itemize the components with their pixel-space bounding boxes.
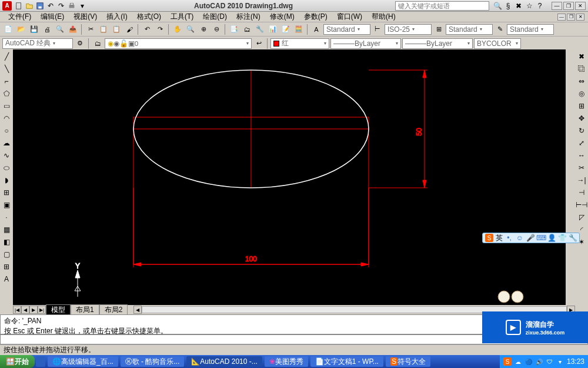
infocenter-search-icon[interactable]: 🔍 [493, 1, 502, 11]
point-icon[interactable]: · [1, 211, 12, 223]
properties-icon[interactable]: 📑 [228, 24, 240, 35]
task-item-2[interactable]: Ⓚ 歌 - 酷狗音乐... [121, 356, 185, 367]
layer-combo[interactable]: ◉◉🔓▣ 0▾ [105, 38, 252, 49]
start-button[interactable]: 🪟 开始 [0, 355, 35, 368]
textstyle-icon[interactable]: A [310, 24, 322, 35]
infocenter-help-icon[interactable]: ? [535, 1, 544, 11]
chamfer-icon[interactable]: ◸ [576, 211, 587, 223]
ime-voice-icon[interactable]: 🎤 [526, 234, 534, 242]
offset-icon[interactable]: ◎ [576, 88, 587, 100]
xline-icon[interactable]: ╲ [1, 63, 12, 75]
menu-draw[interactable]: 绘图(D) [198, 12, 232, 22]
table-icon[interactable]: ⊞ [1, 261, 12, 273]
print-icon[interactable]: 🖨 [41, 24, 53, 35]
publish-icon[interactable]: 📤 [67, 24, 79, 35]
task-item-1[interactable]: 🌐 高级编辑器_百... [48, 356, 118, 367]
polyline-icon[interactable]: ⌐ [1, 75, 12, 87]
cut-icon[interactable]: ✂ [85, 24, 96, 35]
qat-save-icon[interactable] [35, 1, 45, 11]
layer-manager-icon[interactable]: 🗂 [92, 38, 103, 49]
menu-parametric[interactable]: 参数(P) [299, 12, 332, 22]
ime-skin-icon[interactable]: 👕 [558, 234, 566, 242]
erase-icon[interactable]: ✖ [576, 51, 587, 62]
doc-close-button[interactable]: ✕ [576, 14, 584, 21]
layer-prev-icon[interactable]: ↩ [253, 38, 265, 49]
qat-dropdown-icon[interactable]: ▾ [78, 1, 87, 11]
ime-emoji-icon[interactable]: ☺ [516, 234, 524, 242]
mlstyle-combo[interactable]: Standard▾ [507, 24, 554, 35]
circle-icon[interactable]: ○ [1, 125, 12, 137]
redo2-icon[interactable]: ↷ [154, 24, 166, 35]
tab-prev-icon[interactable]: ◀ [21, 306, 29, 314]
ime-punct-icon[interactable]: •, [505, 234, 513, 242]
nav-wheel-icon[interactable] [498, 291, 523, 303]
copy-icon[interactable]: 📋 [98, 24, 109, 35]
app-logo[interactable]: A [2, 1, 12, 11]
extend-icon[interactable]: →| [576, 174, 587, 186]
menu-insert[interactable]: 插入(I) [102, 12, 132, 22]
tray-more-icon[interactable]: ▾ [556, 357, 564, 366]
ime-keyboard-icon[interactable]: ⌨ [537, 234, 545, 242]
break-icon[interactable]: ⊣ [576, 187, 587, 198]
menu-tools[interactable]: 工具(T) [166, 12, 198, 22]
markup-icon[interactable]: 📝 [280, 24, 292, 35]
region-icon[interactable]: ▢ [1, 248, 12, 260]
ime-person-icon[interactable]: 👤 [547, 234, 556, 242]
block-icon[interactable]: ▣ [1, 199, 12, 211]
tray-net-icon[interactable]: 🔵 [524, 357, 533, 366]
qat-open-icon[interactable] [25, 1, 34, 11]
drawing-canvas[interactable]: 100 50 Y [13, 49, 575, 305]
mlstyle-icon[interactable]: ✎ [494, 24, 506, 35]
doc-restore-button[interactable]: ❐ [567, 14, 575, 21]
tablestyle-icon[interactable]: ⊞ [433, 24, 445, 35]
spline-icon[interactable]: ∿ [1, 150, 12, 161]
tab-layout1[interactable]: 布局1 [71, 304, 99, 316]
new-icon[interactable]: 📄 [2, 24, 14, 35]
menu-help[interactable]: 帮助(H) [367, 12, 400, 22]
tray-cloud-icon[interactable]: ☁ [514, 357, 522, 366]
copy-obj-icon[interactable]: ⿻ [576, 63, 587, 75]
stretch-icon[interactable]: ↔ [576, 150, 587, 161]
ime-settings-icon[interactable]: 🔧 [569, 234, 577, 242]
scale-icon[interactable]: ⤢ [576, 137, 587, 149]
menu-modify[interactable]: 修改(M) [265, 12, 299, 22]
zoom-prev-icon[interactable]: ⊖ [211, 24, 222, 35]
lineweight-combo[interactable]: ——— ByLayer▾ [402, 38, 473, 49]
pan-icon[interactable]: ✋ [172, 24, 183, 35]
preview-icon[interactable]: 🔍 [54, 24, 66, 35]
infocenter-fav-icon[interactable]: ☆ [524, 1, 534, 11]
toolpalette-icon[interactable]: 🔧 [254, 24, 266, 35]
zoom-win-icon[interactable]: ⊕ [198, 24, 209, 35]
workspace-gear-icon[interactable]: ⚙ [74, 38, 86, 49]
rectangle-icon[interactable]: ▭ [1, 100, 12, 112]
calc-icon[interactable]: 🧮 [293, 24, 305, 35]
infocenter-exchange-icon[interactable]: ✖ [514, 1, 523, 11]
tray-shield-icon[interactable]: 🛡 [546, 357, 554, 366]
polygon-icon[interactable]: ⬠ [1, 88, 12, 100]
menu-window[interactable]: 窗口(W) [332, 12, 367, 22]
menu-edit[interactable]: 编辑(E) [36, 12, 69, 22]
move-icon[interactable]: ✥ [576, 112, 587, 124]
maximize-button[interactable]: ❐ [563, 2, 574, 10]
qat-undo-icon[interactable]: ↶ [46, 1, 55, 11]
tray-vol-icon[interactable]: 🔊 [535, 357, 543, 366]
minimize-button[interactable]: — [552, 2, 562, 10]
tab-last-icon[interactable]: ▶| [38, 306, 46, 314]
match-icon[interactable]: 🖌 [123, 24, 135, 35]
vertical-scrollbar[interactable] [566, 49, 575, 305]
rotate-icon[interactable]: ↻ [576, 125, 587, 137]
zoom-rt-icon[interactable]: 🔍 [185, 24, 196, 35]
designcenter-icon[interactable]: 🗂 [241, 24, 253, 35]
open-icon[interactable]: 📂 [15, 24, 27, 35]
textstyle-combo[interactable]: Standard▾ [323, 24, 370, 35]
undo2-icon[interactable]: ↶ [141, 24, 153, 35]
tab-first-icon[interactable]: |◀ [13, 306, 21, 314]
sheet-icon[interactable]: 📊 [267, 24, 279, 35]
trim-icon[interactable]: ✂ [576, 162, 587, 174]
plotstyle-combo[interactable]: BYCOLOR▾ [474, 38, 521, 49]
linetype-combo[interactable]: ——— ByLayer▾ [330, 38, 401, 49]
tray-sogou-icon[interactable]: S [503, 357, 512, 366]
menu-view[interactable]: 视图(V) [69, 12, 102, 22]
array-icon[interactable]: ⊞ [576, 100, 587, 112]
mtext-icon[interactable]: A [1, 273, 12, 285]
